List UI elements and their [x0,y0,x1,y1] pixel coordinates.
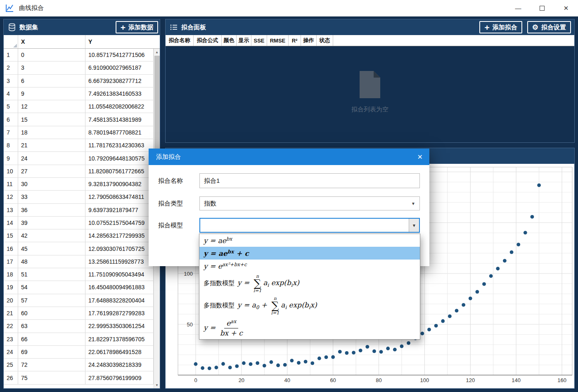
row-number-cell[interactable]: 10 [4,165,18,177]
fit-column-header[interactable]: 显示 [237,35,251,46]
fit-column-header[interactable]: R² [289,35,301,46]
y-value-cell[interactable]: 12.790508633474811 [85,191,154,203]
maximize-button[interactable] [530,0,554,16]
row-number-cell[interactable]: 11 [4,178,18,190]
x-value-cell[interactable]: 12 [18,100,85,113]
row-number-cell[interactable]: 22 [4,320,18,332]
x-value-cell[interactable]: 72 [18,359,85,371]
dialog-close-button[interactable]: ✕ [417,153,423,161]
x-value-cell[interactable]: 39 [18,217,85,229]
row-number-cell[interactable]: 7 [4,126,18,139]
x-value-cell[interactable]: 6 [18,75,85,87]
x-value-cell[interactable]: 33 [18,191,85,203]
table-corner-cell[interactable] [4,35,18,48]
row-number-cell[interactable]: 4 [4,87,18,100]
x-value-cell[interactable]: 21 [18,139,85,151]
row-number-cell[interactable]: 3 [4,75,18,87]
model-option[interactable]: y = aebx + c [199,247,420,260]
add-fit-button[interactable]: + 添加拟合 [479,21,522,33]
fit-column-header[interactable]: 操作 [301,35,317,46]
x-value-cell[interactable]: 75 [18,371,85,384]
row-number-cell[interactable]: 12 [4,191,18,203]
x-value-cell[interactable]: 27 [18,165,85,177]
dropdown-arrow-button[interactable]: ▼ [409,219,419,232]
dialog-header[interactable]: 添加拟合 ✕ [149,149,429,165]
model-option[interactable]: y = eax²+bx+c [199,260,420,272]
model-option[interactable]: 多指数模型y = n∑i=1ai exp(bix) [199,272,420,295]
y-value-cell[interactable]: 16.450480094961883 [85,281,154,293]
row-number-cell[interactable]: 23 [4,333,18,345]
x-value-cell[interactable]: 60 [18,307,85,319]
y-value-cell[interactable]: 11.781762314230363 [85,139,154,151]
row-number-cell[interactable]: 16 [4,242,18,255]
x-value-cell[interactable]: 24 [18,152,85,164]
fit-column-header[interactable]: 拟合名称 [166,35,194,46]
row-number-cell[interactable]: 13 [4,204,18,216]
x-value-cell[interactable]: 63 [18,320,85,332]
model-option[interactable]: y = aebx [199,234,420,247]
y-value-cell[interactable]: 12.093030761705725 [85,242,154,255]
y-value-cell[interactable]: 11.055482082006822 [85,100,154,113]
row-number-cell[interactable]: 8 [4,139,18,151]
y-value-cell[interactable]: 6.667392308277712 [85,75,154,87]
y-value-cell[interactable]: 17.648883228200404 [85,294,154,307]
y-value-cell[interactable]: 8.780194877708821 [85,126,154,139]
x-value-cell[interactable]: 0 [18,49,85,61]
x-value-cell[interactable]: 48 [18,255,85,268]
row-number-cell[interactable]: 5 [4,100,18,113]
scroll-up-icon[interactable]: ▲ [154,49,160,55]
row-number-cell[interactable]: 24 [4,346,18,358]
add-data-button[interactable]: + 添加数据 [116,21,158,33]
y-value-cell[interactable]: 7.492613834160533 [85,87,154,100]
x-value-cell[interactable]: 42 [18,229,85,242]
row-number-cell[interactable]: 18 [4,268,18,281]
fit-column-header[interactable]: 拟合公式 [194,35,222,46]
y-value-cell[interactable]: 24.24830398218339 [85,359,154,371]
x-value-cell[interactable]: 9 [18,87,85,100]
row-number-cell[interactable]: 17 [4,255,18,268]
y-value-cell[interactable]: 11.751090905043494 [85,268,154,281]
y-value-cell[interactable]: 9.63973921879477 [85,204,154,216]
row-number-cell[interactable]: 6 [4,113,18,125]
y-value-cell[interactable]: 22.999533503061254 [85,320,154,332]
y-value-cell[interactable]: 17.761992872799283 [85,307,154,319]
y-value-cell[interactable]: 11.820807561772665 [85,165,154,177]
model-option[interactable]: y = eaxbx + c [199,317,420,340]
y-value-cell[interactable]: 10.792096448130575 [85,152,154,164]
column-header-x[interactable]: X [18,35,85,48]
row-number-cell[interactable]: 9 [4,152,18,164]
fit-column-header[interactable]: 颜色 [222,35,237,46]
x-value-cell[interactable]: 69 [18,346,85,358]
y-value-cell[interactable]: 14.285632177299935 [85,229,154,242]
y-value-cell[interactable]: 10.075521575044759 [85,217,154,229]
x-value-cell[interactable]: 3 [18,61,85,74]
y-value-cell[interactable]: 10.857175412771506 [85,49,154,61]
y-value-cell[interactable]: 21.822971378596705 [85,333,154,345]
y-value-cell[interactable]: 22.06178986491528 [85,346,154,358]
close-button[interactable]: ✕ [554,0,578,16]
x-value-cell[interactable]: 57 [18,294,85,307]
x-value-cell[interactable]: 18 [18,126,85,139]
row-number-cell[interactable]: 15 [4,229,18,242]
row-number-cell[interactable]: 14 [4,217,18,229]
x-value-cell[interactable]: 51 [18,268,85,281]
x-value-cell[interactable]: 30 [18,178,85,190]
fit-column-header[interactable]: RMSE [267,35,289,46]
x-value-cell[interactable]: 36 [18,204,85,216]
y-value-cell[interactable]: 6.910900027965187 [85,61,154,74]
row-number-cell[interactable]: 2 [4,61,18,74]
scroll-down-icon[interactable]: ▼ [154,382,160,388]
y-value-cell[interactable]: 13.258611159928773 [85,255,154,268]
row-number-cell[interactable]: 1 [4,49,18,61]
model-option[interactable]: 多指数模型y = a0 + n∑i=1ai exp(bix) [199,295,420,317]
y-value-cell[interactable]: 7.458135314381989 [85,113,154,125]
fit-model-select[interactable]: ▼ [199,218,420,233]
fit-type-select[interactable]: 指数 ▼ [199,196,420,210]
x-value-cell[interactable]: 54 [18,281,85,293]
fit-column-header[interactable]: 状态 [317,35,333,46]
minimize-button[interactable]: — [506,0,530,16]
x-value-cell[interactable]: 45 [18,242,85,255]
x-value-cell[interactable]: 66 [18,333,85,345]
fit-column-header[interactable]: SSE [251,35,267,46]
row-number-cell[interactable]: 21 [4,307,18,319]
